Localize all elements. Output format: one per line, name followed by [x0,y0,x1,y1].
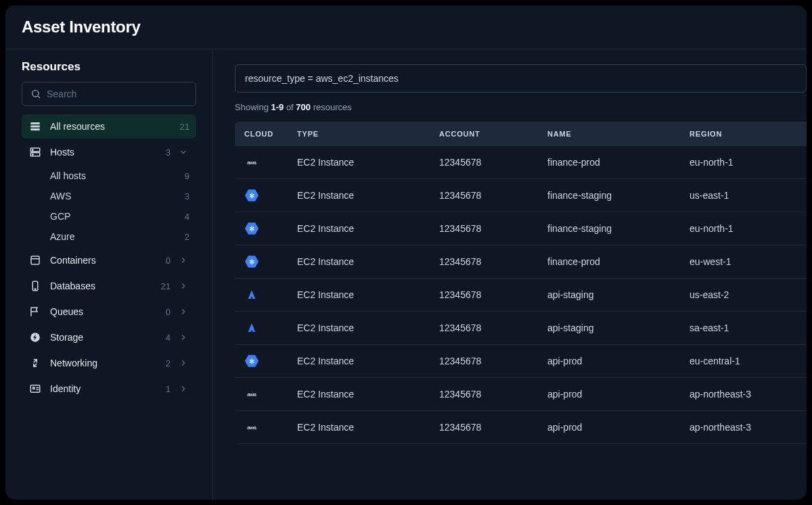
cell-region: us-east-1 [690,190,797,201]
cell-type: EC2 Instance [297,356,439,366]
nav-storage[interactable]: Storage 4 [22,325,196,350]
nav-networking[interactable]: Networking 2 [22,351,196,375]
cell-region: eu-north-1 [690,223,797,234]
box-icon [28,254,42,267]
table-row[interactable]: EC2 Instance12345678api-stagingsa-east-1 [235,312,807,345]
svg-line-1 [38,96,40,98]
results-count: Showing 1-9 of 700 resources [235,102,807,112]
gcp-icon: ✻ [244,354,259,368]
chevron-right-icon [179,307,189,316]
table-row[interactable]: ✻EC2 Instance12345678api-prodeu-central-… [235,345,807,378]
nav-sub-azure[interactable]: Azure 2 [22,226,196,247]
chevron-right-icon [179,281,189,291]
nav-sub-gcp[interactable]: GCP 4 [22,206,196,226]
cell-cloud: ✻ [244,254,297,269]
filter-input[interactable] [235,64,807,93]
chevron-right-icon [179,256,189,265]
cell-cloud: ✻ [244,221,297,236]
nav-hosts[interactable]: Hosts 3 [22,140,196,164]
cell-cloud: aws [244,387,297,402]
cell-account: 12345678 [439,289,547,300]
nav-all-resources[interactable]: All resources 21 [22,114,196,139]
table-row[interactable]: ✻EC2 Instance12345678finance-stagingus-e… [235,179,807,212]
table-row[interactable]: ✻EC2 Instance12345678finance-stagingeu-n… [235,212,807,245]
cell-name: api-prod [547,356,690,366]
sidebar-title: Resources [22,60,196,74]
svg-point-8 [32,154,34,155]
cell-account: 12345678 [439,157,547,168]
resources-table: CLOUD TYPE ACCOUNT NAME REGION awsEC2 In… [235,122,807,444]
cell-region: eu-central-1 [690,356,797,366]
svg-point-11 [35,289,36,290]
cell-cloud [244,287,297,302]
id-icon [28,382,42,395]
nav-databases[interactable]: Databases 21 [22,274,196,298]
cell-region: ap-northeast-3 [690,422,797,433]
sidebar-search[interactable] [22,82,196,106]
col-region: REGION [690,130,797,138]
sidebar: Resources All resources 21 [5,49,213,500]
svg-rect-3 [30,126,40,128]
nav-identity[interactable]: Identity 1 [22,377,196,401]
nav-count: 3 [166,147,171,158]
svg-point-14 [32,387,35,389]
table-row[interactable]: ✻EC2 Instance12345678finance-prodeu-west… [235,245,807,279]
cell-region: us-east-2 [690,289,797,300]
sidebar-nav: All resources 21 Hosts 3 All hosts [22,114,196,401]
gcp-icon: ✻ [244,221,259,236]
layers-icon [28,120,42,133]
cell-region: eu-west-1 [690,256,797,267]
flag-icon [28,305,42,318]
cell-account: 12345678 [439,322,547,333]
cell-name: finance-staging [547,190,690,201]
search-icon [30,89,41,99]
table-row[interactable]: EC2 Instance12345678api-stagingus-east-2 [235,279,807,312]
nav-label: Hosts [50,147,158,158]
cell-account: 12345678 [439,356,547,366]
cell-type: EC2 Instance [297,322,439,333]
gcp-icon: ✻ [244,188,259,203]
cell-type: EC2 Instance [297,190,439,201]
svg-rect-4 [30,128,40,130]
col-cloud: CLOUD [244,130,297,138]
table-row[interactable]: awsEC2 Instance12345678api-prodap-northe… [235,411,807,444]
cell-type: EC2 Instance [297,389,439,400]
search-input[interactable] [47,89,187,99]
col-account: ACCOUNT [439,130,547,138]
cell-cloud: aws [244,420,297,435]
cell-cloud: ✻ [244,188,297,203]
cell-type: EC2 Instance [297,289,439,300]
server-icon [28,145,42,159]
cell-name: finance-staging [547,223,690,234]
nav-sub-aws[interactable]: AWS 3 [22,186,196,206]
table-row[interactable]: awsEC2 Instance12345678finance-prodeu-no… [235,146,807,179]
cell-account: 12345678 [439,422,547,433]
nav-queues[interactable]: Queues 0 [22,299,196,324]
chevron-right-icon [179,384,189,393]
bolt-icon [28,331,42,344]
cell-type: EC2 Instance [297,223,439,234]
cell-name: api-prod [547,389,690,400]
chevron-right-icon [179,333,189,342]
chevron-down-icon [179,147,189,157]
cell-account: 12345678 [439,256,547,267]
cell-region: ap-northeast-3 [690,389,797,400]
cell-type: EC2 Instance [297,256,439,267]
aws-icon: aws [244,420,259,435]
cell-name: api-prod [547,422,690,433]
cell-account: 12345678 [439,389,547,400]
col-type: TYPE [297,130,439,138]
network-icon [28,356,42,370]
table-header: CLOUD TYPE ACCOUNT NAME REGION [235,122,807,146]
aws-icon: aws [244,155,259,170]
nav-containers[interactable]: Containers 0 [22,248,196,272]
cell-region: sa-east-1 [690,322,797,333]
svg-rect-2 [30,122,40,124]
nav-sub-all-hosts[interactable]: All hosts 9 [22,166,196,186]
col-name: NAME [547,130,690,138]
cell-type: EC2 Instance [297,422,439,433]
cell-cloud [244,320,297,335]
azure-icon [244,320,259,335]
table-row[interactable]: awsEC2 Instance12345678api-prodap-northe… [235,378,807,411]
nav-label: All resources [50,121,172,132]
